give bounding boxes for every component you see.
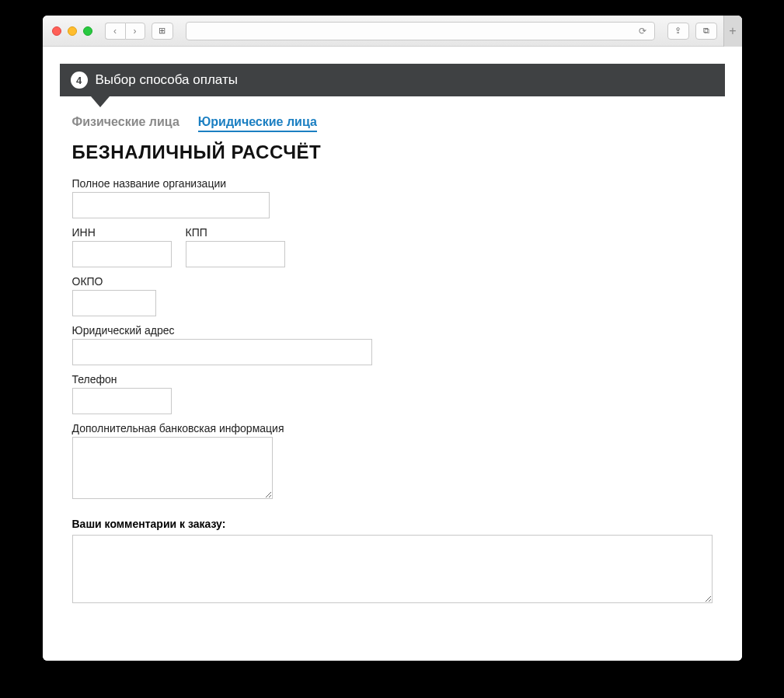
section-title: БЕЗНАЛИЧНЫЙ РАССЧЁТ: [60, 137, 725, 177]
org-name-label: Полное название организации: [72, 177, 713, 190]
payment-tabs-wrap: Физические лица Юридические лица БЕЗНАЛИ…: [60, 96, 725, 606]
browser-window: ‹ › ⊞ ⟳ ⇪ ⧉ + 4 Выбор способа оплаты Физ…: [43, 16, 742, 661]
tab-legal-entities[interactable]: Юридические лица: [198, 115, 317, 132]
header-pointer-icon: [91, 96, 110, 107]
order-comments-label: Ваши комментарии к заказу:: [72, 518, 713, 530]
bank-info-textarea[interactable]: [72, 437, 273, 499]
page-content: 4 Выбор способа оплаты Физические лица Ю…: [43, 47, 742, 661]
forward-button[interactable]: ›: [125, 23, 145, 40]
chevron-left-icon: ‹: [113, 26, 117, 37]
sidebar-icon: ⊞: [159, 26, 166, 36]
minimize-window-button[interactable]: [68, 26, 77, 36]
tab-individuals[interactable]: Физические лица: [72, 115, 179, 132]
share-icon: ⇪: [674, 26, 681, 36]
order-comments-textarea[interactable]: [72, 535, 713, 603]
back-button[interactable]: ‹: [105, 23, 125, 40]
close-window-button[interactable]: [52, 26, 61, 36]
plus-icon: +: [729, 24, 736, 38]
chevron-right-icon: ›: [134, 26, 137, 37]
tabs-button[interactable]: ⧉: [695, 23, 717, 40]
step-number-badge: 4: [71, 72, 88, 89]
phone-label: Телефон: [72, 373, 713, 386]
phone-input[interactable]: [72, 388, 172, 414]
org-name-input[interactable]: [72, 192, 270, 218]
step-title: Выбор способа оплаты: [96, 72, 238, 88]
traffic-lights: [52, 26, 92, 36]
legal-address-label: Юридический адрес: [72, 324, 713, 337]
maximize-window-button[interactable]: [83, 26, 92, 36]
toolbar-right: ⇪ ⧉: [667, 23, 717, 40]
titlebar: ‹ › ⊞ ⟳ ⇪ ⧉ +: [43, 16, 742, 47]
inn-label: ИНН: [72, 226, 172, 239]
inn-input[interactable]: [72, 241, 172, 267]
checkout-step-header: 4 Выбор способа оплаты: [60, 64, 725, 96]
tabs-icon: ⧉: [703, 26, 709, 36]
nav-buttons: ‹ ›: [105, 23, 145, 40]
bank-info-label: Дополнительная банковская информация: [72, 422, 713, 435]
share-button[interactable]: ⇪: [667, 23, 689, 40]
reload-icon[interactable]: ⟳: [639, 26, 646, 37]
url-bar[interactable]: ⟳: [186, 22, 655, 40]
kpp-input[interactable]: [186, 241, 285, 267]
okpo-label: ОКПО: [72, 275, 713, 288]
kpp-label: КПП: [186, 226, 285, 239]
bank-transfer-form: Полное название организации ИНН КПП ОКПО: [60, 177, 725, 606]
sidebar-button[interactable]: ⊞: [152, 23, 173, 40]
new-tab-button[interactable]: +: [723, 16, 742, 47]
okpo-input[interactable]: [72, 290, 156, 316]
payment-tabs: Физические лица Юридические лица: [60, 96, 725, 137]
legal-address-input[interactable]: [72, 339, 372, 365]
